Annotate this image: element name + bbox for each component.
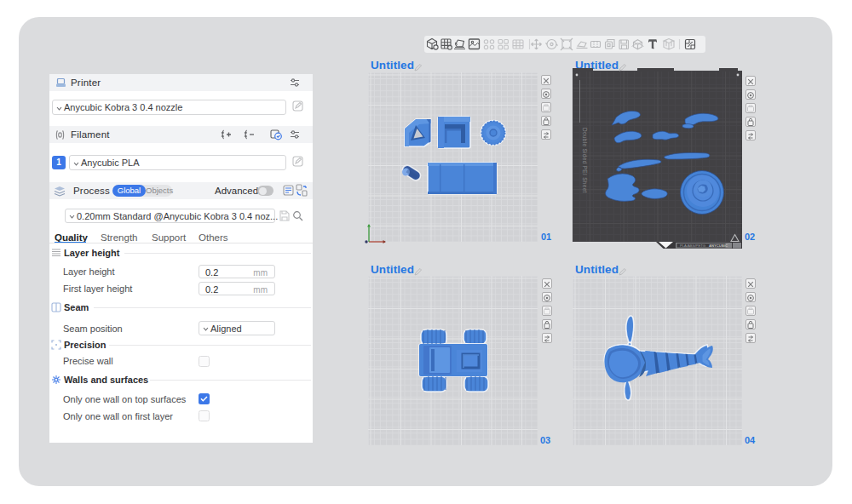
svg-text:ANYCUBIC: ANYCUBIC: [709, 243, 728, 248]
svg-text:PLA/ABS/PETG: PLA/ABS/PETG: [680, 243, 705, 248]
